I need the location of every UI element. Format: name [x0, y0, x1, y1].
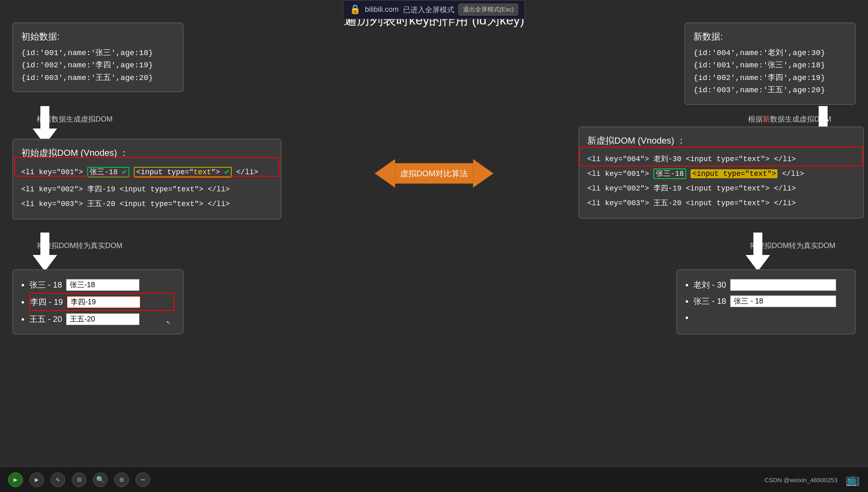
initial-real-dom-list: 张三 - 18 李四 - 19 王五 - 20 [21, 277, 175, 327]
new-real-dom-item1: 老刘 - 30 [693, 277, 847, 293]
initial-data-title: 初始数据: [21, 31, 175, 43]
new-real-dom-list: 老刘 - 30 张三 - 18 [685, 277, 847, 320]
initial-data-line2: {id:'002',name:'李四',age:19} [21, 59, 175, 71]
new-data-title: 新数据: [693, 31, 847, 43]
initial-real-dom-item1: 张三 - 18 [29, 277, 175, 293]
new-item1-label: 老刘 - 30 [693, 277, 726, 293]
bottom-bar: ▶ ▶ ✎ ⊡ 🔍 ⊟ ⋯ CSDN @weixin_48600253 📺 [0, 468, 868, 492]
tv-icon: 📺 [846, 473, 860, 487]
initial-real-dom-row2: 李四 - 19 [30, 294, 174, 310]
new-real-dom-box: 老刘 - 30 张三 - 18 [676, 269, 856, 335]
new-data-box: 新数据: {id:'004',name:'老刘',age:30} {id:'00… [684, 22, 856, 105]
new-real-dom-row1: 老刘 - 30 [693, 277, 847, 293]
initial-vdom-line2: <li key="002"> 李四-19 <input type="text">… [21, 182, 272, 197]
arrow-down-left2 [33, 233, 57, 271]
new-vdom-line0: <li key="004"> 老刘-30 <input type="text">… [587, 152, 855, 166]
new-real-dom-item2: 张三 - 18 [693, 293, 847, 309]
more-btn[interactable]: ⋯ [135, 472, 150, 487]
new-vdom-l1-suffix: </li> [782, 170, 804, 178]
vdom-compare-arrow: 虚拟DOM对比算法 [375, 159, 494, 188]
search-btn[interactable]: 🔍 [93, 472, 108, 487]
bottom-right-text: CSDN @weixin_48600253 [764, 476, 837, 483]
new-vdom-l1-prefix: <li key="001"> [587, 170, 653, 178]
arrow-new-to-vdom: 根据新数据生成虚拟DOM [744, 106, 835, 124]
initial-item1-input[interactable] [66, 279, 140, 291]
vdom-l1-prefix: <li key="001"> [21, 168, 87, 176]
initial-real-dom-row3: 王五 - 20 [29, 311, 175, 327]
cursor-icon: ↖ [166, 317, 170, 326]
new-vdom-box: 新虚拟DOM (Vnodes) ： <li key="004"> 老刘-30 <… [578, 126, 864, 219]
bilibili-domain: bilibili.com [365, 5, 399, 14]
initial-item2-label: 李四 - 19 [30, 294, 63, 310]
arrow-left-head [375, 159, 395, 188]
exit-fullscreen-button[interactable]: 退出全屏模式(Esc) [458, 4, 518, 16]
bilibili-logo-icon: 🔒 [350, 4, 361, 15]
new-vdom-l1-input-hl: <input type="text"> [691, 169, 777, 178]
initial-item1-label: 张三 - 18 [29, 277, 62, 293]
initial-vdom-line3: <li key="003"> 王五-20 <input type="text">… [21, 197, 272, 211]
initial-item3-label: 王五 - 20 [29, 311, 62, 327]
new-data-line4: {id:'003',name:'王五',age:20} [693, 84, 847, 96]
arrow-down-right2 [746, 233, 770, 271]
new-real-dom-item3 [693, 309, 847, 320]
minus-btn[interactable]: ⊟ [114, 472, 129, 487]
save-btn[interactable]: ⊡ [72, 472, 86, 487]
playback-controls: ▶ ▶ ✎ ⊡ 🔍 ⊟ ⋯ [8, 472, 150, 487]
play-btn[interactable]: ▶ [8, 472, 23, 487]
compare-label: 虚拟DOM对比算法 [395, 163, 473, 184]
vdom-l1-input-hl: <input type="text"> ✔ [134, 167, 232, 177]
new-vdom-title: 新虚拟DOM (Vnodes) ： [587, 135, 855, 147]
initial-data-box: 初始数据: {id:'001',name:'张三',age:18} {id:'0… [12, 22, 184, 92]
edit-btn[interactable]: ✎ [51, 472, 65, 487]
new-vdom-line3: <li key="003"> 王五-20 <input type="text">… [587, 196, 855, 211]
initial-vdom-line1: <li key="001"> 张三-18 ✔ <input type="text… [21, 164, 272, 180]
new-vdom-line2: <li key="002"> 李四-19 <input type="text">… [587, 181, 855, 196]
new-data-line2: {id:'001',name:'张三',age:18} [693, 59, 847, 71]
initial-vdom-box: 初始虚拟DOM (Vnodes) ： <li key="001"> 张三-18 … [12, 139, 281, 219]
initial-data-line1: {id:'001',name:'张三',age:18} [21, 47, 175, 59]
arrow-vdom-to-realdom-right: 将虚拟DOM转为真实DOM [746, 233, 835, 250]
initial-real-dom-box: 张三 - 18 李四 - 19 王五 - 20 ↖ [12, 269, 184, 335]
vdom-l1-suffix: </li> [236, 168, 258, 176]
next-btn[interactable]: ▶ [29, 472, 44, 487]
new-vdom-l1-name-hl: 张三-18 [653, 168, 686, 179]
bilibili-message: 已进入全屏模式 [403, 5, 454, 15]
new-data-line1: {id:'004',name:'老刘',age:30} [693, 47, 847, 59]
initial-real-dom-row1: 张三 - 18 [29, 277, 175, 293]
initial-item2-input[interactable] [67, 296, 140, 308]
new-real-dom-row2: 张三 - 18 [693, 293, 847, 309]
initial-item3-input[interactable] [66, 313, 140, 325]
new-item1-input[interactable] [730, 279, 836, 291]
initial-real-dom-item3: 王五 - 20 [29, 311, 175, 327]
initial-real-dom-item2: 李四 - 19 [29, 293, 175, 311]
new-data-line3: {id:'002',name:'李四',age:19} [693, 72, 847, 84]
new-item2-label: 张三 - 18 [693, 293, 726, 309]
new-vdom-line1: <li key="001"> 张三-18 <input type="text">… [587, 166, 855, 181]
bilibili-bar: 🔒 bilibili.com 已进入全屏模式 退出全屏模式(Esc) [343, 0, 525, 19]
arrow-vdom-to-realdom-left: 将虚拟DOM转为真实DOM [33, 233, 122, 250]
arrow-right-head [473, 159, 493, 188]
arrow-initial-to-vdom: 根据数据生成虚拟DOM [33, 106, 113, 124]
initial-vdom-title: 初始虚拟DOM (Vnodes) ： [21, 147, 272, 159]
vdom-l1-name-hl: 张三-18 ✔ [87, 167, 129, 177]
initial-data-line3: {id:'003',name:'王五',age:20} [21, 72, 175, 84]
new-item2-input[interactable] [730, 295, 836, 307]
